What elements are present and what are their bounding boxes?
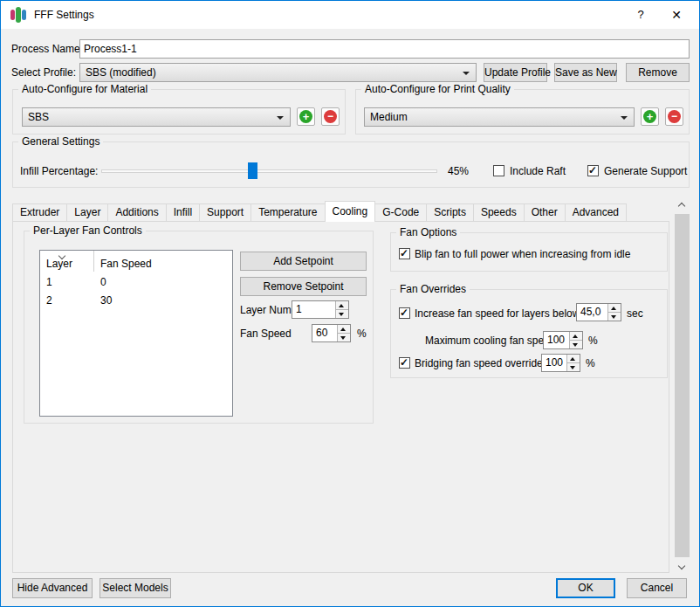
tab-layer[interactable]: Layer bbox=[66, 203, 108, 221]
spin-down-icon[interactable] bbox=[338, 334, 350, 341]
fan-speed-spinner[interactable]: 60 bbox=[312, 324, 351, 342]
auto-quality-title: Auto-Configure for Print Quality bbox=[361, 83, 514, 96]
increase-fan-speed-checkbox[interactable] bbox=[399, 307, 410, 319]
spin-down-icon[interactable] bbox=[570, 341, 582, 348]
chevron-up-icon bbox=[678, 203, 685, 210]
fan-setpoint-list-header[interactable]: Layer Fan Speed bbox=[40, 251, 232, 272]
tab-advanced[interactable]: Advanced bbox=[565, 203, 627, 221]
plus-icon bbox=[643, 110, 656, 123]
spin-down-icon[interactable] bbox=[567, 363, 580, 371]
generate-support-checkbox[interactable] bbox=[587, 165, 599, 176]
column-header-fan-speed[interactable]: Fan Speed bbox=[100, 259, 152, 270]
save-as-new-button[interactable]: Save as New bbox=[554, 63, 617, 82]
spinner-buttons[interactable] bbox=[566, 355, 580, 371]
max-cooling-fan-value: 100 bbox=[544, 332, 569, 348]
tab-additions[interactable]: Additions bbox=[107, 203, 166, 221]
chevron-down-icon bbox=[277, 116, 284, 120]
general-settings-title: General Settings bbox=[18, 135, 103, 148]
remove-setpoint-button[interactable]: Remove Setpoint bbox=[240, 277, 367, 296]
quality-dropdown-value: Medium bbox=[370, 112, 408, 123]
tab-extruder[interactable]: Extruder bbox=[12, 203, 67, 221]
spin-up-icon[interactable] bbox=[570, 332, 582, 341]
process-name-label: Process Name: bbox=[11, 44, 83, 55]
chevron-down-icon bbox=[678, 562, 685, 569]
infill-slider[interactable] bbox=[101, 162, 437, 180]
spin-down-icon[interactable] bbox=[608, 313, 621, 321]
plus-icon bbox=[299, 110, 312, 123]
ok-button[interactable]: OK bbox=[556, 578, 615, 598]
bridging-fan-value: 100 bbox=[542, 355, 566, 371]
tab-scripts[interactable]: Scripts bbox=[426, 203, 474, 221]
blip-fan-checkbox[interactable] bbox=[399, 248, 410, 259]
fff-settings-dialog: FFF Settings ? ✕ Process Name: Select Pr… bbox=[0, 0, 700, 607]
cell-layer: 1 bbox=[46, 277, 52, 288]
tab-support[interactable]: Support bbox=[199, 203, 251, 221]
minus-icon bbox=[324, 110, 337, 123]
max-cooling-fan-spinner[interactable]: 100 bbox=[543, 331, 583, 349]
minus-icon bbox=[668, 110, 681, 123]
quality-dropdown[interactable]: Medium bbox=[364, 107, 635, 127]
profile-dropdown[interactable]: SBS (modified) bbox=[79, 63, 477, 82]
scrollbar-thumb[interactable] bbox=[675, 214, 690, 557]
tab-cooling[interactable]: Cooling bbox=[325, 201, 376, 222]
app-icon bbox=[10, 7, 28, 23]
tab-other[interactable]: Other bbox=[524, 203, 566, 221]
close-button[interactable]: ✕ bbox=[661, 1, 692, 29]
spinner-buttons[interactable] bbox=[607, 304, 621, 321]
include-raft-checkbox[interactable] bbox=[493, 165, 504, 176]
slider-thumb[interactable] bbox=[248, 162, 257, 179]
spin-up-icon[interactable] bbox=[336, 301, 348, 310]
profile-dropdown-value: SBS (modified) bbox=[86, 67, 156, 79]
spin-down-icon[interactable] bbox=[336, 310, 348, 318]
select-models-button[interactable]: Select Models bbox=[100, 578, 171, 598]
tab-gcode[interactable]: G-Code bbox=[374, 203, 427, 221]
remove-material-button[interactable] bbox=[321, 107, 340, 126]
fan-overrides-title: Fan Overrides bbox=[396, 283, 470, 296]
add-quality-button[interactable] bbox=[641, 107, 659, 126]
bridging-fan-spinner[interactable]: 100 bbox=[541, 354, 580, 372]
cancel-button[interactable]: Cancel bbox=[627, 578, 687, 598]
layer-number-spinner[interactable]: 1 bbox=[292, 300, 349, 319]
help-button[interactable]: ? bbox=[626, 1, 655, 29]
spin-up-icon[interactable] bbox=[567, 355, 580, 363]
tab-speeds[interactable]: Speeds bbox=[473, 203, 525, 221]
spinner-buttons[interactable] bbox=[569, 332, 582, 348]
title-bar: FFF Settings ? ✕ bbox=[1, 1, 699, 29]
fan-setpoint-list[interactable]: Layer Fan Speed 1 0 2 30 bbox=[39, 250, 233, 417]
include-raft-label: Include Raft bbox=[510, 166, 566, 177]
material-dropdown-value: SBS bbox=[28, 112, 49, 123]
tab-infill[interactable]: Infill bbox=[166, 203, 200, 221]
remove-profile-button[interactable]: Remove bbox=[626, 63, 690, 82]
cell-layer: 2 bbox=[46, 295, 52, 307]
spin-up-icon[interactable] bbox=[608, 304, 621, 313]
per-layer-fan-controls-group: Per-Layer Fan Controls Layer Fan Speed 1… bbox=[24, 231, 374, 424]
table-row[interactable]: 1 0 bbox=[40, 273, 232, 292]
hide-advanced-button[interactable]: Hide Advanced bbox=[12, 578, 93, 598]
spin-up-icon[interactable] bbox=[338, 325, 350, 334]
vertical-scrollbar[interactable] bbox=[675, 198, 690, 576]
table-row[interactable]: 2 30 bbox=[40, 292, 232, 310]
increase-fan-speed-spinner[interactable]: 45,0 bbox=[576, 303, 621, 321]
bridging-fan-unit: % bbox=[586, 358, 595, 369]
add-setpoint-button[interactable]: Add Setpoint bbox=[240, 252, 367, 271]
bridging-fan-checkbox[interactable] bbox=[399, 357, 410, 369]
material-dropdown[interactable]: SBS bbox=[22, 107, 291, 127]
add-material-button[interactable] bbox=[297, 107, 315, 126]
remove-quality-button[interactable] bbox=[665, 107, 683, 126]
tab-temperature[interactable]: Temperature bbox=[250, 203, 325, 221]
blip-fan-label: Blip fan to full power when increasing f… bbox=[415, 249, 630, 260]
column-header-layer[interactable]: Layer bbox=[46, 259, 72, 270]
update-profile-button[interactable]: Update Profile bbox=[484, 63, 547, 82]
scroll-down-button[interactable] bbox=[675, 561, 690, 576]
spinner-buttons[interactable] bbox=[337, 325, 350, 341]
increase-fan-speed-label: Increase fan speed for layers below bbox=[415, 308, 580, 320]
infill-percentage-value: 45% bbox=[448, 166, 469, 177]
spinner-buttons[interactable] bbox=[335, 301, 348, 318]
window-title: FFF Settings bbox=[34, 1, 94, 29]
fan-overrides-group: Fan Overrides Increase fan speed for lay… bbox=[390, 289, 668, 378]
scroll-up-button[interactable] bbox=[675, 198, 690, 213]
process-name-input[interactable] bbox=[79, 39, 690, 59]
cooling-tab-pane: Per-Layer Fan Controls Layer Fan Speed 1… bbox=[12, 221, 669, 573]
per-layer-fan-controls-title: Per-Layer Fan Controls bbox=[30, 224, 146, 238]
fan-speed-label: Fan Speed bbox=[240, 328, 292, 340]
